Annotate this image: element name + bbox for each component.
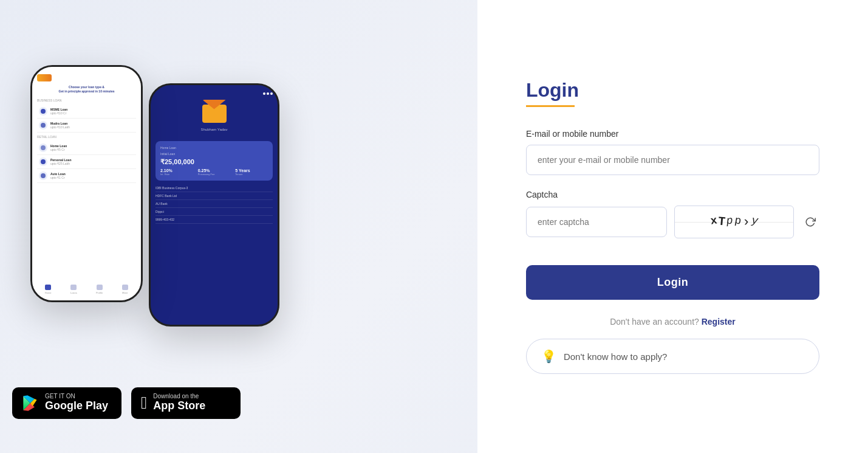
right-panel: Login E-mail or mobile number Captcha x … bbox=[477, 0, 868, 453]
captcha-row: x T p p › y bbox=[526, 206, 819, 238]
left-panel: Choose your loan type & Get in principle… bbox=[0, 0, 477, 453]
phone-tagline: Choose your loan type & Get in principle… bbox=[37, 85, 136, 94]
bank-list: IDBI Business Corpus-3 HDFC Bank Ltd AU … bbox=[155, 184, 273, 224]
captcha-char-5: › bbox=[742, 214, 750, 230]
no-account-text: Don't have an account? bbox=[610, 317, 699, 327]
nav-home: Home bbox=[42, 285, 54, 294]
phone-left: Choose your loan type & Get in principle… bbox=[30, 65, 143, 302]
email-form-group: E-mail or mobile number bbox=[526, 129, 819, 175]
google-play-big: Google Play bbox=[45, 399, 108, 413]
help-box[interactable]: 💡 Don't know how to apply? bbox=[526, 339, 819, 374]
app-store-button[interactable]:  Download on the App Store bbox=[131, 387, 241, 419]
captcha-char-6: y bbox=[751, 214, 759, 230]
app-buttons: GET IT ON Google Play  Download on the … bbox=[12, 387, 241, 419]
loan-item-personal: Personal Loanupto ₹25 Lakh bbox=[37, 155, 136, 169]
register-link[interactable]: Register bbox=[702, 317, 736, 327]
loan-section-business: Business Loan bbox=[37, 99, 136, 102]
app-store-big: App Store bbox=[153, 399, 205, 413]
phones-container: Choose your loan type & Get in principle… bbox=[12, 47, 316, 363]
captcha-label: Captcha bbox=[526, 190, 819, 199]
captcha-refresh-button[interactable] bbox=[801, 213, 819, 231]
login-underline bbox=[526, 105, 575, 107]
envelope-icon bbox=[202, 105, 227, 123]
apple-icon:  bbox=[141, 393, 147, 413]
app-logo bbox=[37, 74, 52, 81]
phone-right: Shubham Yadav Home Loan Initial Loan ₹25… bbox=[149, 83, 279, 327]
nav-more: More bbox=[119, 285, 131, 294]
loan-card: Home Loan Initial Loan ₹25,00,000 2.10% … bbox=[155, 141, 273, 181]
captcha-chars: x T p p › y bbox=[711, 215, 758, 230]
congrats-sub: Shubham Yadav bbox=[201, 128, 228, 131]
captcha-char-4: p bbox=[733, 214, 742, 230]
email-input[interactable] bbox=[526, 145, 819, 175]
help-text: Don't know how to apply? bbox=[564, 351, 667, 362]
captcha-char-1: x bbox=[709, 214, 718, 230]
email-label: E-mail or mobile number bbox=[526, 129, 819, 139]
captcha-image: x T p p › y bbox=[674, 206, 794, 238]
captcha-form-group: Captcha x T p p › y bbox=[526, 190, 819, 238]
loan-amount: ₹25,00,000 bbox=[160, 158, 268, 166]
loan-item-auto: Auto Loanupto ₹1 Cr bbox=[37, 169, 136, 183]
lightbulb-icon: 💡 bbox=[541, 349, 556, 364]
loan-item-home: Home Loanupto ₹5 Cr bbox=[37, 141, 136, 155]
loan-item-msme: MSME Loanupto ₹10 Cr bbox=[37, 105, 136, 119]
loan-item-mudra: Mudra Loanupto ₹10 Lakh bbox=[37, 119, 136, 133]
nav-profile: Profile bbox=[94, 285, 106, 294]
google-play-small: GET IT ON bbox=[45, 393, 108, 399]
nav-loans: Loans bbox=[67, 285, 80, 294]
login-title: Login bbox=[526, 79, 819, 102]
app-store-small: Download on the bbox=[153, 393, 205, 399]
register-row: Don't have an account? Register bbox=[526, 317, 819, 327]
captcha-input[interactable] bbox=[526, 207, 668, 237]
captcha-char-2: T bbox=[717, 214, 726, 230]
loan-section-retail: Retail Loan bbox=[37, 135, 136, 139]
login-button[interactable]: Login bbox=[526, 265, 819, 300]
google-play-button[interactable]: GET IT ON Google Play bbox=[12, 387, 121, 419]
